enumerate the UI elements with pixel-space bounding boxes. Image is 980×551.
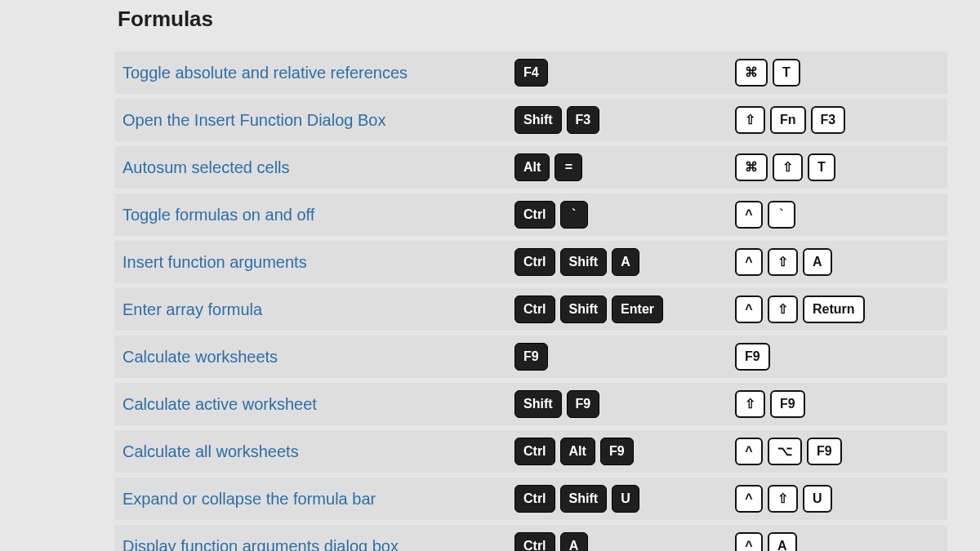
key--: ^ [735, 295, 763, 323]
shortcut-link[interactable]: Autosum selected cells [122, 158, 290, 176]
key-f9: F9 [807, 438, 842, 465]
key-shift: Shift [560, 248, 608, 276]
key--: ⇧ [735, 390, 765, 418]
key--: ⇧ [773, 153, 803, 181]
shortcut-link[interactable]: Enter array formula [122, 300, 262, 318]
windows-shortcut: Alt= [514, 153, 719, 181]
shortcut-link[interactable]: Calculate worksheets [122, 348, 278, 366]
table-row: Calculate active worksheetShiftF9⇧F9 [114, 383, 947, 425]
section-title: Formulas [118, 7, 947, 32]
mac-shortcut: ⌘T [735, 59, 939, 87]
key-f9: F9 [600, 438, 634, 465]
shortcuts-table: Toggle absolute and relative referencesF… [114, 47, 947, 551]
key--: ` [768, 201, 795, 229]
mac-shortcut: F9 [735, 343, 939, 371]
key-shift: Shift [560, 485, 608, 513]
table-row: Autosum selected cellsAlt=⌘⇧T [114, 146, 947, 189]
windows-shortcut: ShiftF3 [514, 106, 719, 134]
table-row: Insert function argumentsCtrlShiftA^⇧A [114, 241, 947, 283]
key-a: A [612, 248, 639, 276]
key--: ⇧ [768, 485, 798, 513]
key-ctrl: Ctrl [514, 532, 555, 551]
key-shift: Shift [514, 390, 562, 418]
key-shift: Shift [514, 106, 562, 134]
key--: ⌥ [768, 438, 802, 465]
key-f3: F3 [567, 106, 600, 134]
shortcut-link[interactable]: Expand or collapse the formula bar [122, 490, 376, 508]
key-f3: F3 [811, 106, 846, 134]
mac-shortcut: ^⇧U [735, 485, 939, 513]
key-shift: Shift [560, 295, 608, 323]
mac-shortcut: ⌘⇧T [735, 153, 939, 181]
key--: ⇧ [735, 106, 765, 134]
key-enter: Enter [612, 295, 663, 323]
mac-shortcut: ⇧F9 [735, 390, 939, 418]
key--: ⇧ [768, 248, 798, 276]
table-row: Open the Insert Function Dialog BoxShift… [114, 99, 947, 141]
shortcut-link[interactable]: Display function arguments dialog box [122, 537, 399, 552]
table-row: Expand or collapse the formula barCtrlSh… [114, 478, 947, 520]
windows-shortcut: F9 [514, 343, 719, 371]
key-ctrl: Ctrl [514, 438, 555, 465]
key-f9: F9 [567, 390, 600, 418]
key-fn: Fn [770, 106, 806, 134]
shortcut-link[interactable]: Open the Insert Function Dialog Box [122, 111, 385, 129]
key-ctrl: Ctrl [514, 201, 555, 229]
mac-shortcut: ^⇧A [735, 248, 939, 276]
mac-shortcut: ^A [735, 532, 939, 551]
key--: ⇧ [768, 295, 798, 323]
mac-shortcut: ^⇧Return [735, 295, 939, 323]
key-t: T [808, 153, 835, 181]
table-row: Calculate all worksheetsCtrlAltF9^⌥F9 [114, 430, 947, 473]
table-row: Toggle absolute and relative referencesF… [114, 51, 947, 94]
key-return: Return [803, 295, 865, 323]
key-t: T [773, 59, 800, 87]
key-u: U [612, 485, 639, 513]
windows-shortcut: CtrlShiftU [514, 485, 719, 513]
windows-shortcut: CtrlShiftA [514, 248, 719, 276]
table-row: Enter array formulaCtrlShiftEnter^⇧Retur… [114, 288, 947, 331]
key--: ^ [735, 532, 763, 551]
windows-shortcut: CtrlA [514, 532, 719, 551]
windows-shortcut: ShiftF9 [514, 390, 719, 418]
key-f9: F9 [770, 390, 805, 418]
key-f4: F4 [514, 59, 548, 87]
key-ctrl: Ctrl [514, 248, 555, 276]
shortcut-link[interactable]: Calculate all worksheets [122, 442, 299, 460]
shortcut-link[interactable]: Insert function arguments [122, 253, 307, 271]
windows-shortcut: CtrlShiftEnter [514, 295, 719, 323]
key--: ^ [735, 201, 763, 229]
windows-shortcut: Ctrl` [514, 201, 719, 229]
mac-shortcut: ^⌥F9 [735, 438, 939, 465]
shortcut-link[interactable]: Calculate active worksheet [122, 395, 317, 413]
key-f9: F9 [735, 343, 770, 371]
key-a: A [768, 532, 797, 551]
shortcut-link[interactable]: Toggle absolute and relative references [122, 64, 408, 82]
key--: ^ [735, 248, 763, 276]
key--: ⌘ [735, 59, 768, 87]
key-alt: Alt [560, 438, 595, 465]
key-a: A [803, 248, 832, 276]
windows-shortcut: CtrlAltF9 [514, 438, 719, 465]
key-u: U [803, 485, 832, 513]
mac-shortcut: ^` [735, 201, 939, 229]
key-f9: F9 [514, 343, 548, 371]
key-a: A [560, 532, 588, 551]
key--: ^ [735, 485, 763, 513]
key-alt: Alt [514, 153, 550, 181]
key-ctrl: Ctrl [514, 295, 555, 323]
table-row: Display function arguments dialog boxCtr… [114, 525, 947, 551]
windows-shortcut: F4 [514, 59, 719, 87]
mac-shortcut: ⇧FnF3 [735, 106, 939, 134]
key-ctrl: Ctrl [514, 485, 555, 513]
key--: ` [560, 201, 588, 229]
table-row: Calculate worksheetsF9F9 [114, 335, 947, 378]
key--: ^ [735, 438, 763, 465]
table-row: Toggle formulas on and offCtrl`^` [114, 193, 947, 236]
shortcut-link[interactable]: Toggle formulas on and off [122, 206, 314, 224]
key--: = [555, 153, 582, 181]
key--: ⌘ [735, 153, 768, 181]
